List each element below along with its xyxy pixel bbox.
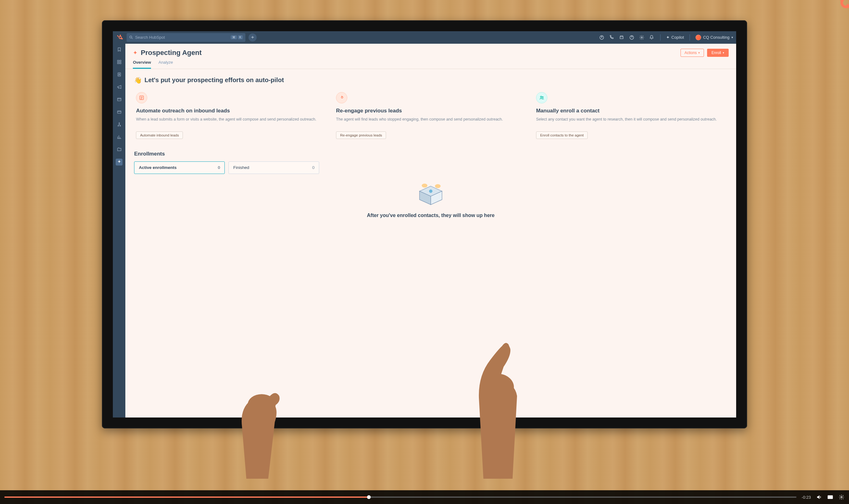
list-icon xyxy=(136,92,147,103)
enroll-tab-finished[interactable]: Finished 0 xyxy=(228,161,319,174)
wave-emoji: 👋 xyxy=(134,76,142,84)
search-input-container[interactable]: ⌘ K xyxy=(126,33,245,42)
search-icon xyxy=(129,35,133,39)
enroll-tab-active[interactable]: Active enrollments 0 xyxy=(134,161,225,174)
left-nav xyxy=(113,44,125,417)
chevron-down-icon: ▾ xyxy=(731,36,733,39)
card-cta-automate[interactable]: Automate inbound leads xyxy=(136,131,183,139)
svg-rect-25 xyxy=(118,98,121,101)
tab-overview[interactable]: Overview xyxy=(133,60,151,69)
video-progress-thumb[interactable] xyxy=(367,495,371,499)
sparkle-icon: ✦ xyxy=(666,35,670,40)
notifications-icon[interactable] xyxy=(649,35,655,40)
enrollments-heading: Enrollments xyxy=(134,151,727,157)
nav-reporting-icon[interactable] xyxy=(116,134,123,141)
avatar xyxy=(695,35,701,40)
svg-text:CC: CC xyxy=(829,496,832,498)
card-automate-inbound: Automate outreach on inbound leads When … xyxy=(134,90,327,142)
nav-bookmarks-icon[interactable] xyxy=(116,46,123,53)
empty-illustration-icon xyxy=(417,183,445,208)
svg-line-15 xyxy=(132,38,133,39)
chevron-down-icon: ▾ xyxy=(698,51,700,54)
copilot-button[interactable]: ✦ Copilot xyxy=(666,35,684,40)
app-screen: ⌘ K ＋ ✦ Copilot xyxy=(113,31,736,417)
onboarding-cards: Automate outreach on inbound leads When … xyxy=(134,90,727,142)
topbar-icons: ✦ Copilot CQ Consulting ▾ xyxy=(599,34,733,41)
actions-label: Actions xyxy=(685,51,697,55)
card-cta-reengage[interactable]: Re-engage previous leads xyxy=(336,131,386,139)
hero-heading: 👋 Let's put your prospecting efforts on … xyxy=(134,76,727,84)
svg-point-18 xyxy=(641,37,642,38)
tablet-device: ⌘ K ＋ ✦ Copilot xyxy=(102,20,747,428)
settings-icon[interactable] xyxy=(639,35,644,40)
enroll-tab-label: Finished xyxy=(233,165,249,170)
empty-state: After you've enrolled contacts, they wil… xyxy=(134,180,727,218)
sparkle-icon: ✦ xyxy=(133,49,138,56)
hubspot-logo-icon[interactable] xyxy=(116,34,123,41)
topbar: ⌘ K ＋ ✦ Copilot xyxy=(113,31,736,44)
card-cta-enroll[interactable]: Enroll contacts to the agent xyxy=(536,131,588,139)
actions-button[interactable]: Actions ▾ xyxy=(680,49,704,57)
nav-commerce-icon[interactable] xyxy=(116,109,123,115)
svg-point-38 xyxy=(435,184,440,188)
svg-point-32 xyxy=(542,96,543,98)
nav-breeze-icon[interactable] xyxy=(116,159,123,165)
svg-point-37 xyxy=(422,184,427,188)
marketplace-icon[interactable] xyxy=(619,35,625,40)
users-icon xyxy=(536,92,547,103)
nav-library-icon[interactable] xyxy=(116,146,123,153)
upgrade-icon[interactable] xyxy=(599,35,605,40)
main-content: ✦ Prospecting Agent Actions ▾ Enroll ▾ xyxy=(125,44,736,417)
chevron-down-icon: ▾ xyxy=(723,51,724,54)
search-shortcut-hint: ⌘ K xyxy=(231,35,243,39)
search-input[interactable] xyxy=(135,35,228,40)
page-tabs: Overview Analyze xyxy=(125,57,736,69)
svg-rect-21 xyxy=(118,62,119,64)
video-player-bar: -0:23 CC xyxy=(0,490,849,504)
svg-point-31 xyxy=(540,96,542,98)
card-title: Re-engage previous leads xyxy=(336,108,525,114)
video-progress-fill xyxy=(4,497,369,498)
volume-icon[interactable] xyxy=(816,494,822,500)
card-title: Manually enroll a contact xyxy=(536,108,726,114)
card-reengage: Re-engage previous leads The agent will … xyxy=(334,90,527,142)
nav-crm-icon[interactable] xyxy=(116,71,123,78)
video-time-remaining: -0:23 xyxy=(801,495,811,500)
card-desc: The agent will find leads who stopped en… xyxy=(336,116,525,128)
account-menu[interactable]: CQ Consulting ▾ xyxy=(695,35,733,40)
video-progress-track[interactable] xyxy=(4,497,796,498)
phone-icon[interactable] xyxy=(609,35,614,40)
enroll-tab-count: 0 xyxy=(312,165,315,170)
nav-workspaces-icon[interactable] xyxy=(116,59,123,66)
page-header: ✦ Prospecting Agent Actions ▾ Enroll ▾ xyxy=(125,44,736,57)
svg-rect-26 xyxy=(118,111,121,113)
settings-icon[interactable] xyxy=(838,494,845,500)
card-manual-enroll: Manually enroll a contact Select any con… xyxy=(534,90,727,142)
svg-rect-11 xyxy=(120,36,121,37)
tab-analyze[interactable]: Analyze xyxy=(158,60,173,69)
enroll-label: Enroll xyxy=(711,51,721,55)
svg-point-29 xyxy=(120,126,121,126)
copilot-label: Copilot xyxy=(672,35,684,40)
svg-point-43 xyxy=(841,497,843,498)
nav-automation-icon[interactable] xyxy=(116,121,123,128)
enroll-button[interactable]: Enroll ▾ xyxy=(707,49,729,57)
enrollment-filter-tabs: Active enrollments 0 Finished 0 xyxy=(134,161,727,174)
card-desc: Select any contact you want the agent to… xyxy=(536,116,726,128)
account-label: CQ Consulting xyxy=(703,35,730,40)
nav-marketing-icon[interactable] xyxy=(116,84,123,91)
svg-rect-22 xyxy=(119,62,121,64)
create-button[interactable]: ＋ xyxy=(248,33,257,41)
nav-content-icon[interactable] xyxy=(116,96,123,103)
svg-point-27 xyxy=(119,123,120,124)
svg-rect-20 xyxy=(119,60,121,61)
fire-icon xyxy=(336,92,347,103)
help-icon[interactable] xyxy=(629,35,635,40)
hero-text: Let's put your prospecting efforts on au… xyxy=(144,76,284,84)
content-area: 👋 Let's put your prospecting efforts on … xyxy=(125,69,736,417)
card-desc: When a lead submits a form or visits a w… xyxy=(136,116,325,128)
enroll-tab-label: Active enrollments xyxy=(139,165,177,170)
svg-point-28 xyxy=(118,126,119,126)
captions-icon[interactable]: CC xyxy=(827,494,833,500)
card-title: Automate outreach on inbound leads xyxy=(136,108,325,114)
